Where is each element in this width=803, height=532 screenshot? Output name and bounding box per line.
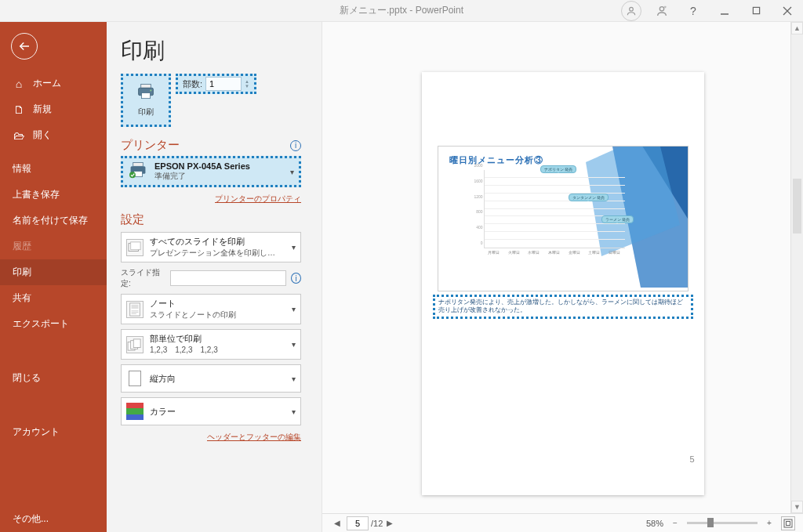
info-icon[interactable]: i	[291, 273, 301, 284]
sidebar-item-save[interactable]: 上書き保存	[0, 182, 107, 208]
printer-status: 準備完了	[154, 171, 250, 182]
printer-selector[interactable]: EPSON PX-045A Series 準備完了 ▾	[121, 156, 301, 187]
backstage-sidebar: ⌂ ホーム 🗋 新規 🗁 開く 情報 上書き保存 名前を付けて保存 履歴 印刷 …	[0, 22, 107, 532]
svg-rect-11	[133, 163, 144, 167]
sidebar-item-saveas[interactable]: 名前を付けて保存	[0, 208, 107, 233]
zoom-percent: 58%	[646, 519, 663, 528]
back-button[interactable]	[11, 33, 38, 60]
printer-icon	[136, 83, 156, 103]
svg-rect-3	[753, 7, 759, 13]
copies-box[interactable]: 部数: ▲▼	[176, 74, 256, 94]
sidebar-item-more[interactable]: その他...	[0, 506, 107, 532]
zoom-in-button[interactable]: +	[762, 519, 776, 527]
callout-napolitan: ナポリタン 発売	[540, 165, 576, 173]
window-title: 新メニュー.pptx - PowerPoint	[340, 4, 463, 17]
scroll-down-button[interactable]: ▼	[791, 501, 803, 513]
dropdown-caret-icon: ▾	[290, 168, 294, 176]
help-button[interactable]: ?	[678, 0, 709, 22]
svg-rect-24	[133, 338, 140, 347]
sidebar-item-home[interactable]: ⌂ ホーム	[0, 71, 107, 96]
slide-title: 曜日別メニュー分析③	[449, 154, 543, 166]
svg-rect-29	[787, 521, 790, 525]
scroll-thumb[interactable]	[793, 179, 801, 233]
maximize-button[interactable]	[740, 0, 772, 22]
sidebar-item-export[interactable]: エクスポート	[0, 311, 107, 337]
open-icon: 🗁	[13, 129, 25, 142]
dropdown-caret-icon: ▾	[292, 407, 296, 416]
orientation-selector[interactable]: 縦方向 ▾	[121, 364, 301, 393]
new-icon: 🗋	[13, 103, 25, 116]
print-preview-area: 曜日別メニュー分析③ 0 400 800	[322, 22, 803, 532]
speaker-notes: ナポリタン発売により、売上が激増した。しかしながら、ラーメンに関しては期待ほど売…	[433, 295, 693, 319]
printer-device-icon	[128, 161, 148, 182]
close-button[interactable]	[772, 0, 803, 22]
svg-rect-7	[141, 85, 151, 89]
coming-soon-icon[interactable]	[646, 0, 678, 22]
sidebar-item-history: 履歴	[0, 233, 107, 259]
total-pages: /12	[371, 519, 383, 528]
info-icon[interactable]: i	[290, 140, 301, 151]
callout-tantanmen: タンタンメン 発売	[569, 194, 609, 201]
copies-spinner[interactable]: ▲▼	[245, 79, 249, 89]
app-name: PowerPoint	[416, 5, 463, 16]
copies-input[interactable]	[205, 77, 242, 91]
minimize-button[interactable]	[709, 0, 740, 22]
svg-point-1	[659, 6, 663, 10]
print-settings-panel: 印刷 印刷 部数: ▲▼ プリンター i EPSON PX-045	[107, 22, 322, 532]
title-bar: 新メニュー.pptx - PowerPoint ?	[0, 0, 803, 22]
preview-slide: 曜日別メニュー分析③ 0 400 800	[438, 146, 689, 291]
dropdown-caret-icon: ▾	[292, 375, 296, 383]
copies-label: 部数:	[183, 78, 202, 90]
printer-section-title: プリンター	[121, 138, 180, 153]
prev-page-button[interactable]: ◀	[330, 519, 344, 527]
settings-section-title: 設定	[121, 212, 301, 227]
sidebar-item-share[interactable]: 共有	[0, 285, 107, 311]
page-number: 5	[689, 454, 694, 464]
sidebar-label-home: ホーム	[33, 77, 61, 90]
dropdown-caret-icon: ▾	[292, 243, 296, 252]
sidebar-item-print[interactable]: 印刷	[0, 259, 107, 285]
svg-rect-9	[142, 93, 151, 99]
orientation-icon	[126, 370, 144, 387]
print-button[interactable]: 印刷	[121, 74, 171, 127]
sidebar-item-close[interactable]: 閉じる	[0, 365, 107, 391]
vertical-scrollbar[interactable]: ▲ ▼	[790, 22, 803, 513]
sidebar-item-open[interactable]: 🗁 開く	[0, 122, 107, 148]
collate-icon	[126, 336, 144, 353]
sidebar-item-info[interactable]: 情報	[0, 156, 107, 182]
slides-stack-icon	[126, 239, 144, 256]
svg-point-10	[150, 89, 151, 91]
printer-properties-link[interactable]: プリンターのプロパティ	[215, 194, 301, 203]
next-page-button[interactable]: ▶	[383, 519, 397, 527]
scroll-up-button[interactable]: ▲	[791, 22, 803, 34]
color-swatch-icon	[126, 403, 144, 420]
home-icon: ⌂	[13, 78, 25, 90]
callout-ramen: ラーメン 発売	[601, 215, 634, 223]
preview-canvas: 曜日別メニュー分析③ 0 400 800	[322, 22, 803, 513]
svg-rect-18	[132, 304, 139, 308]
color-selector[interactable]: カラー ▾	[121, 397, 301, 425]
current-page-input[interactable]	[347, 516, 369, 530]
print-action-row: 印刷 部数: ▲▼	[121, 74, 301, 127]
svg-point-0	[630, 7, 634, 11]
print-range-selector[interactable]: すべてのスライドを印刷 プレゼンテーション全体を印刷し… ▾	[121, 232, 301, 262]
sidebar-label-new: 新規	[33, 103, 52, 116]
printer-name: EPSON PX-045A Series	[154, 161, 250, 171]
zoom-slider[interactable]	[687, 522, 758, 524]
header-footer-link[interactable]: ヘッダーとフッターの編集	[207, 432, 301, 441]
slide-range-label: スライド指定:	[121, 267, 165, 289]
sidebar-item-new[interactable]: 🗋 新規	[0, 96, 107, 122]
fit-to-window-button[interactable]	[781, 516, 795, 530]
sidebar-item-account[interactable]: アカウント	[0, 419, 107, 445]
sidebar-label-open: 開く	[33, 128, 52, 142]
zoom-out-button[interactable]: −	[668, 519, 682, 527]
titlebar-right: ?	[621, 0, 803, 22]
svg-rect-16	[131, 241, 140, 249]
collate-selector[interactable]: 部単位で印刷 1,2,3 1,2,3 1,2,3 ▾	[121, 329, 301, 360]
svg-rect-28	[784, 519, 792, 527]
print-layout-selector[interactable]: ノート スライドとノートの印刷 ▾	[121, 294, 301, 324]
slide-range-input[interactable]	[170, 270, 286, 286]
account-icon[interactable]	[621, 1, 641, 21]
dropdown-caret-icon: ▾	[292, 305, 296, 313]
bar-chart: 0 400 800 1200 1600 2000 月曜日火曜日水曜日木曜日金曜日…	[484, 170, 625, 248]
